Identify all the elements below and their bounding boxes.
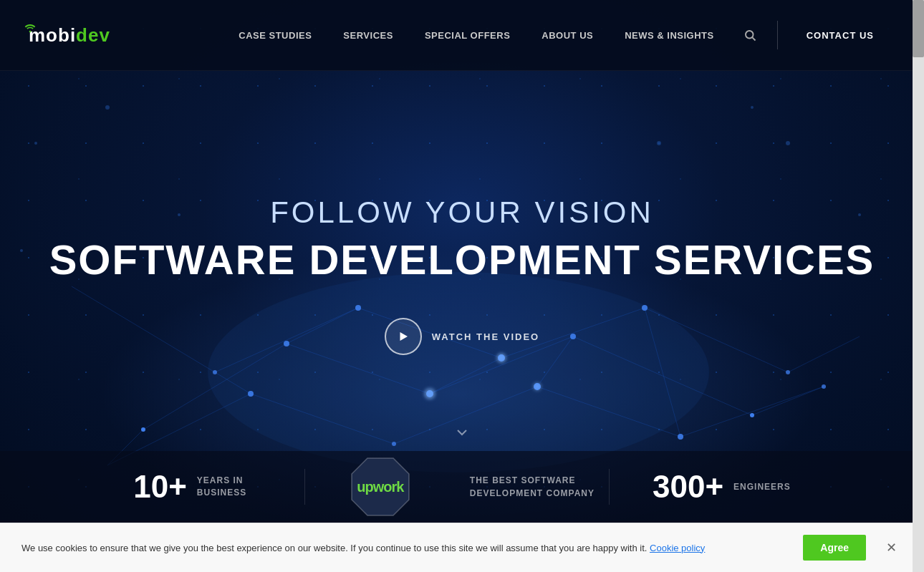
- scrollbar[interactable]: [913, 0, 924, 572]
- svg-point-51: [657, 141, 661, 145]
- svg-point-1: [746, 31, 754, 39]
- watch-video-label: WATCH THE VIDEO: [432, 331, 539, 342]
- hero-content: FOLLOW YOUR VISION SOFTWARE DEVELOPMENT …: [49, 195, 875, 283]
- navbar: mobidev CASE STUDIES SERVICES SPECIAL OF…: [0, 0, 924, 71]
- nav-about-us[interactable]: ABOUT US: [526, 29, 609, 42]
- upwork-logo-text: upwork: [357, 479, 403, 495]
- svg-point-30: [570, 334, 576, 339]
- search-icon[interactable]: [743, 28, 757, 42]
- nav-news-insights[interactable]: NEWS & INSIGHTS: [609, 29, 730, 42]
- svg-point-45: [34, 142, 37, 145]
- stat-upwork: upwork: [305, 455, 456, 519]
- years-number: 10+: [133, 469, 187, 505]
- svg-point-42: [424, 388, 435, 399]
- watch-video-button[interactable]: WATCH THE VIDEO: [385, 318, 539, 355]
- contact-us-link[interactable]: CONTACT US: [785, 30, 895, 41]
- svg-point-46: [105, 105, 110, 110]
- logo-dev: dev: [76, 24, 110, 46]
- cookie-text: We use cookies to ensure that we give yo…: [21, 543, 789, 553]
- hero-title: SOFTWARE DEVELOPMENT SERVICES: [49, 237, 875, 283]
- hero-tagline: FOLLOW YOUR VISION: [49, 195, 875, 230]
- svg-point-32: [213, 370, 217, 374]
- nav-links: CASE STUDIES SERVICES SPECIAL OFFERS ABO…: [223, 29, 729, 42]
- engineers-label: ENGINEERS: [733, 481, 791, 493]
- svg-point-50: [751, 106, 754, 109]
- best-company-line1: THE BEST SOFTWARE: [470, 474, 595, 487]
- svg-point-27: [141, 427, 145, 432]
- scroll-down-arrow[interactable]: [453, 424, 471, 445]
- scrollbar-thumb[interactable]: [913, 0, 924, 57]
- svg-point-37: [248, 391, 254, 397]
- nav-special-offers[interactable]: SPECIAL OFFERS: [409, 29, 526, 42]
- cookie-agree-button[interactable]: Agree: [803, 535, 866, 561]
- svg-point-0: [29, 31, 32, 33]
- svg-line-2: [752, 37, 755, 40]
- stats-bar: 10+ YEARS IN BUSINESS upwork THE BEST SO…: [0, 451, 924, 523]
- nav-case-studies[interactable]: CASE STUDIES: [223, 29, 327, 42]
- nav-services[interactable]: SERVICES: [327, 29, 409, 42]
- upwork-description: THE BEST SOFTWARE DEVELOPMENT COMPANY: [456, 474, 609, 500]
- svg-point-44: [533, 382, 542, 391]
- years-label: YEARS IN BUSINESS: [197, 475, 261, 499]
- svg-point-33: [355, 305, 361, 311]
- cookie-policy-link[interactable]: Cookie policy: [650, 543, 705, 553]
- svg-point-41: [822, 384, 826, 389]
- nav-divider: [777, 21, 778, 49]
- svg-point-35: [642, 305, 648, 311]
- logo[interactable]: mobidev: [29, 24, 110, 47]
- cookie-close-button[interactable]: ✕: [880, 537, 903, 558]
- upwork-badge: upwork: [348, 455, 413, 519]
- svg-point-36: [786, 370, 790, 374]
- wifi-icon: [19, 23, 41, 34]
- best-company-line2: DEVELOPMENT COMPANY: [470, 487, 595, 500]
- stat-years: 10+ YEARS IN BUSINESS: [90, 469, 304, 505]
- svg-marker-53: [400, 332, 408, 341]
- engineers-number: 300+: [653, 469, 723, 505]
- svg-point-52: [20, 249, 23, 252]
- svg-point-48: [786, 141, 790, 145]
- svg-point-40: [678, 434, 683, 440]
- svg-point-31: [750, 413, 754, 417]
- stat-engineers: 300+ ENGINEERS: [610, 469, 834, 505]
- svg-point-38: [392, 442, 396, 446]
- svg-point-28: [284, 341, 289, 346]
- play-icon[interactable]: [385, 318, 422, 355]
- hero-section: FOLLOW YOUR VISION SOFTWARE DEVELOPMENT …: [0, 0, 924, 523]
- cookie-banner: We use cookies to ensure that we give yo…: [0, 523, 924, 572]
